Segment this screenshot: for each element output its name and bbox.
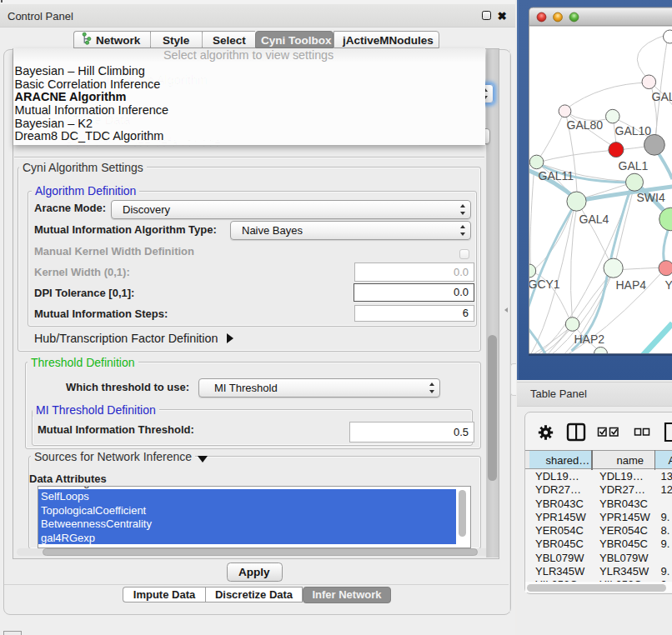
svg-text:GAL11: GAL11 [539, 169, 574, 182]
svg-text:GCY1: GCY1 [529, 278, 560, 291]
svg-text:GAL10: GAL10 [615, 124, 652, 138]
svg-text:SWI4: SWI4 [637, 191, 665, 204]
svg-text:GAL80: GAL80 [567, 118, 604, 132]
svg-text:GAL4: GAL4 [579, 212, 609, 226]
svg-text:HAP2: HAP2 [574, 332, 605, 346]
svg-text:HAP4: HAP4 [616, 278, 647, 292]
svg-text:Y: Y [665, 278, 672, 292]
svg-text:GAL7: GAL7 [652, 90, 672, 103]
svg-text:GAL1: GAL1 [619, 159, 649, 172]
